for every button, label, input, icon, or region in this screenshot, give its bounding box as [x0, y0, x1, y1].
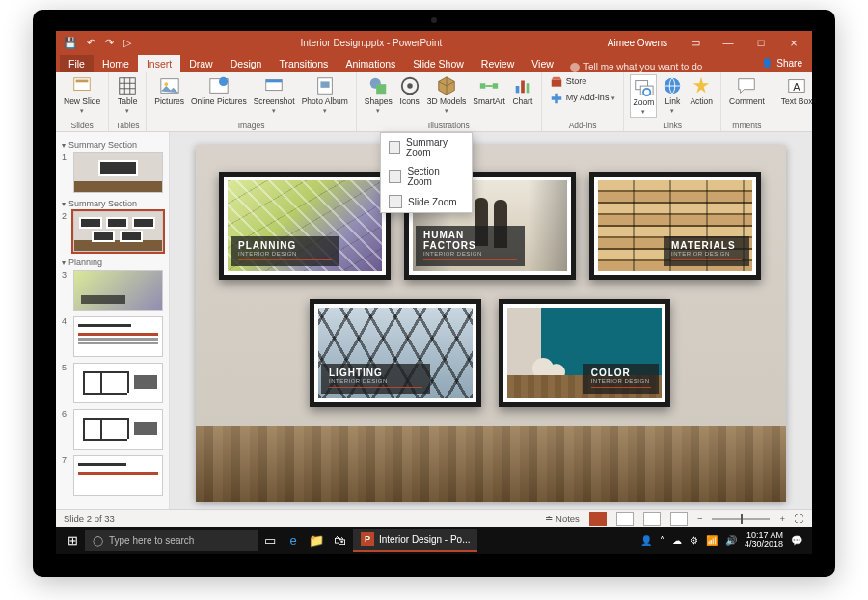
thumb-5[interactable]: 5: [62, 363, 163, 403]
frame-materials[interactable]: MATERIALSINTERIOR DESIGN: [589, 172, 761, 280]
section-header[interactable]: Summary Section: [62, 199, 163, 208]
thumb-6[interactable]: 6: [62, 409, 163, 450]
zoom-out-button[interactable]: −: [697, 513, 703, 524]
date: 4/30/2018: [745, 540, 783, 549]
my-addins-button[interactable]: My Add-ins▾: [548, 91, 618, 106]
redo-icon[interactable]: ↷: [105, 37, 114, 49]
thumbnail[interactable]: [73, 152, 163, 193]
zoom-button[interactable]: Zoom▾: [630, 74, 657, 118]
signed-in-user[interactable]: Aimee Owens: [608, 38, 667, 48]
frame-color[interactable]: COLORINTERIOR DESIGN: [499, 299, 670, 407]
thumb-1[interactable]: 1: [62, 152, 163, 193]
tab-file[interactable]: File: [60, 55, 94, 72]
minimize-button[interactable]: —: [714, 37, 743, 48]
taskbar-clock[interactable]: 10:17 AM 4/30/2018: [745, 532, 783, 550]
close-button[interactable]: ×: [779, 36, 808, 50]
start-from-beginning-icon[interactable]: ▷: [123, 37, 131, 49]
current-slide[interactable]: PLANNINGINTERIOR DESIGN HUMAN FACTORSINT…: [196, 145, 786, 502]
tray-people-icon[interactable]: 👤: [640, 535, 652, 546]
menu-slide-zoom[interactable]: Slide Zoom: [381, 191, 472, 212]
reading-view-button[interactable]: [643, 512, 661, 526]
tab-transitions[interactable]: Transitions: [270, 55, 337, 72]
tab-insert[interactable]: Insert: [138, 55, 180, 72]
thumbnail[interactable]: [73, 270, 163, 311]
screen: 💾 ↶ ↷ ▷ Interior Design.pptx - PowerPoin…: [56, 31, 812, 554]
share-label: Share: [776, 58, 802, 68]
online-pictures-button[interactable]: Online Pictures: [189, 74, 249, 107]
smartart-button[interactable]: SmartArt: [471, 74, 507, 107]
tray-network-icon[interactable]: ⚙: [690, 535, 698, 546]
thumb-4[interactable]: 4: [62, 316, 163, 357]
file-explorer-icon[interactable]: 📁: [305, 533, 328, 548]
undo-icon[interactable]: ↶: [87, 37, 95, 49]
link-button[interactable]: Link▾: [660, 74, 685, 116]
zoom-slider[interactable]: [712, 518, 770, 520]
online-pictures-icon: [208, 75, 230, 96]
chevron-down-icon: ▾: [445, 107, 448, 115]
store-button[interactable]: Store: [548, 74, 618, 90]
tray-onedrive-icon[interactable]: ☁: [672, 535, 682, 546]
section-header[interactable]: Summary Section: [62, 140, 163, 150]
thumb-7[interactable]: 7: [62, 455, 163, 496]
window-controls: Aimee Owens ▭ — □ ×: [604, 36, 812, 50]
slide-number: 1: [62, 152, 69, 193]
slide-counter[interactable]: Slide 2 of 33: [64, 513, 115, 524]
thumbnail[interactable]: [73, 455, 163, 496]
taskbar-app-powerpoint[interactable]: P Interior Design - Po...: [353, 529, 477, 552]
fit-to-window-button[interactable]: ⛶: [795, 513, 804, 524]
tab-view[interactable]: View: [523, 55, 562, 72]
screenshot-button[interactable]: Screenshot▾: [252, 74, 297, 116]
tab-home[interactable]: Home: [94, 55, 138, 72]
tab-draw[interactable]: Draw: [180, 55, 222, 72]
start-button[interactable]: ⊞: [60, 533, 85, 548]
store-icon[interactable]: 🛍: [328, 533, 351, 548]
taskbar-search[interactable]: ◯ Type here to search: [85, 530, 258, 551]
notes-button[interactable]: ≐ Notes: [545, 513, 579, 524]
frame-lighting[interactable]: LIGHTINGINTERIOR DESIGN: [310, 299, 481, 407]
slide-canvas-area[interactable]: PLANNINGINTERIOR DESIGN HUMAN FACTORSINT…: [170, 132, 812, 509]
comment-button[interactable]: Comment: [727, 74, 767, 107]
edge-icon[interactable]: e: [282, 533, 305, 548]
maximize-button[interactable]: □: [746, 37, 775, 48]
action-button[interactable]: Action: [688, 74, 715, 107]
thumbnail-selected[interactable]: [73, 211, 163, 252]
tab-animations[interactable]: Animations: [337, 55, 404, 72]
share-button[interactable]: 👤 Share: [761, 58, 812, 72]
zoom-in-button[interactable]: +: [779, 513, 785, 524]
3d-models-button[interactable]: 3D Models▾: [425, 74, 469, 116]
ribbon-options-icon[interactable]: ▭: [681, 37, 710, 49]
thumbnail[interactable]: [73, 316, 163, 357]
tell-me-search[interactable]: Tell me what you want to do: [570, 62, 702, 72]
frame-planning[interactable]: PLANNINGINTERIOR DESIGN: [219, 172, 391, 280]
pictures-button[interactable]: Pictures: [152, 74, 186, 107]
task-view-icon[interactable]: ▭: [258, 533, 282, 548]
tab-slideshow[interactable]: Slide Show: [404, 55, 473, 72]
tray-wifi-icon[interactable]: 📶: [706, 535, 718, 546]
tray-chevron-up-icon[interactable]: ˄: [660, 535, 665, 546]
new-slide-button[interactable]: New Slide ▾: [62, 74, 102, 116]
thumbnail[interactable]: [73, 409, 163, 450]
thumbnail[interactable]: [73, 363, 163, 403]
icons-button[interactable]: Icons: [397, 74, 422, 107]
table-button[interactable]: Table ▾: [115, 74, 140, 116]
slideshow-view-button[interactable]: [670, 512, 688, 526]
section-header[interactable]: Planning: [62, 258, 163, 267]
slide-number: 6: [62, 409, 69, 450]
textbox-button[interactable]: AText Box: [779, 74, 812, 107]
tab-design[interactable]: Design: [222, 55, 271, 72]
thumb-2[interactable]: 2: [62, 211, 163, 252]
thumb-3[interactable]: 3: [62, 270, 163, 311]
shapes-button[interactable]: Shapes▾: [363, 74, 394, 116]
tray-volume-icon[interactable]: 🔊: [725, 535, 737, 546]
save-icon[interactable]: 💾: [64, 37, 77, 49]
tab-review[interactable]: Review: [473, 55, 523, 72]
normal-view-button[interactable]: [589, 512, 607, 526]
svg-rect-12: [376, 84, 386, 94]
menu-section-zoom[interactable]: Section Zoom: [381, 162, 472, 191]
action-center-icon[interactable]: 💬: [791, 535, 802, 546]
menu-summary-zoom[interactable]: Summary Zoom: [381, 133, 472, 162]
chart-button[interactable]: Chart: [510, 74, 535, 107]
photo-album-button[interactable]: Photo Album▾: [300, 74, 350, 116]
sorter-view-button[interactable]: [616, 512, 634, 526]
slide-thumbnail-pane[interactable]: Summary Section 1 Summary Section 2 Plan…: [56, 132, 170, 509]
